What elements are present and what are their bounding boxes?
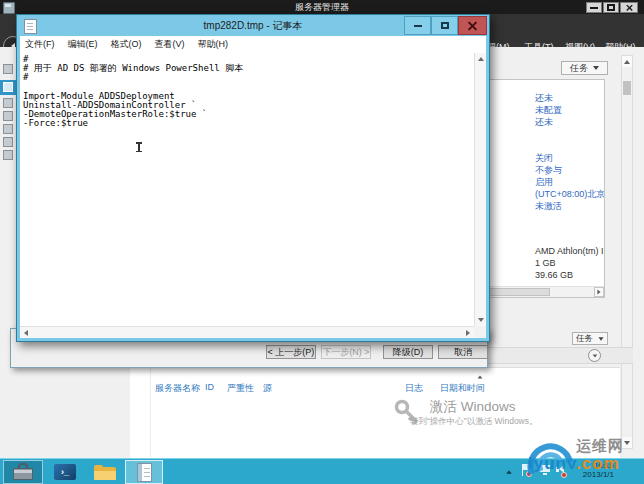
sidebar-item-icon[interactable]	[3, 137, 13, 147]
tray-time: 16:15	[570, 461, 614, 470]
notepad-text-area[interactable]: # # 用于 AD DS 部署的 Windows PowerShell 脚本 #…	[20, 53, 486, 338]
scrollbar-thumb[interactable]	[623, 81, 631, 95]
text-cursor	[138, 142, 140, 152]
properties-hscrollbar[interactable]	[487, 286, 604, 297]
wizard-demote-button[interactable]: 降级(D)	[383, 345, 433, 359]
column-header-source[interactable]: 源	[263, 382, 272, 395]
notepad-maximize-button[interactable]	[431, 16, 458, 35]
server-manager-icon	[13, 463, 33, 481]
property-link[interactable]: 未激活	[535, 200, 562, 213]
tray-clock[interactable]: 16:15 2013/1/1	[570, 461, 614, 479]
events-section-header	[480, 347, 633, 364]
alert-badge	[526, 471, 532, 477]
notepad-hscrollbar[interactable]	[20, 326, 474, 338]
property-link[interactable]: 还未	[535, 116, 553, 129]
events-panel: 服务器名称 ID 严重性 源 日志 日期和时间	[130, 367, 620, 459]
notepad-icon	[137, 463, 152, 482]
column-header-severity[interactable]: 严重性	[227, 382, 254, 395]
notepad-vscrollbar[interactable]	[474, 53, 486, 326]
menu-tools[interactable]: 工具(T)	[524, 41, 554, 54]
tray-expand-button[interactable]	[506, 470, 511, 474]
arrow-down-icon	[624, 441, 630, 445]
taskbar-explorer-button[interactable]	[87, 460, 123, 484]
scroll-up-button[interactable]	[622, 56, 632, 67]
sm-maximize-button[interactable]	[603, 2, 619, 13]
notepad-menu-edit[interactable]: 编辑(E)	[68, 38, 98, 51]
scroll-right-button[interactable]	[594, 287, 604, 297]
column-header-id[interactable]: ID	[205, 382, 214, 392]
sidebar-item-icon[interactable]	[3, 124, 13, 134]
sidebar-item-icon	[3, 82, 13, 92]
sidebar-item-selected[interactable]	[0, 80, 16, 95]
desktop: 服务器管理器 管理(M) 工具(T) 视图(V) 帮助(H) 任务 还未 未配置…	[0, 0, 644, 484]
taskbar-powershell-button[interactable]: ›_	[47, 460, 83, 484]
file-explorer-icon	[94, 465, 116, 480]
taskbar-notepad-button[interactable]	[125, 460, 163, 484]
divider	[150, 368, 151, 459]
tasks-label: 任务	[570, 62, 588, 75]
taskbar: ›_ 16:15 2013/1/1	[0, 458, 644, 484]
property-value: 1 GB	[535, 258, 556, 268]
notepad-window: tmp282D.tmp - 记事本 文件(F) 编辑(E) 格式(O) 查看(V…	[16, 14, 490, 342]
code-line: #	[23, 73, 472, 82]
column-header-server-name[interactable]: 服务器名称	[155, 382, 200, 395]
server-manager-title: 服务器管理器	[0, 0, 644, 14]
notepad-menu-format[interactable]: 格式(O)	[111, 38, 142, 51]
notepad-minimize-button[interactable]	[404, 16, 431, 35]
notepad-close-button[interactable]	[458, 16, 487, 35]
tray-flag-icon[interactable]	[522, 464, 533, 478]
maximize-icon	[607, 4, 615, 11]
code-line: -DemoteOperationMasterRole:$true `	[23, 110, 472, 119]
tasks-button-events[interactable]: 任务	[572, 332, 608, 345]
chevron-down-icon	[592, 354, 597, 357]
notepad-menu-view[interactable]: 查看(V)	[155, 38, 185, 51]
tray-network-icon[interactable]	[540, 465, 551, 476]
resize-grip[interactable]	[474, 326, 486, 338]
alert-badge	[561, 472, 567, 478]
scroll-down-button[interactable]	[622, 437, 632, 448]
arrow-down-icon	[478, 318, 484, 322]
tray-date: 2013/1/1	[570, 470, 614, 479]
wizard-cancel-button[interactable]: 取消	[438, 345, 488, 359]
menu-help[interactable]: 帮助(H)	[605, 41, 636, 54]
chevron-down-icon	[593, 66, 599, 70]
properties-panel: 还未 未配置 还未 关闭 不参与 启用 (UTC+08:00)北京，重 未激活 …	[486, 79, 605, 298]
sidebar-item-icon[interactable]	[3, 150, 13, 160]
sidebar-item-icon[interactable]	[3, 111, 13, 121]
sm-minimize-button[interactable]	[586, 2, 602, 13]
chevron-down-icon	[598, 337, 603, 340]
minimize-icon	[414, 25, 422, 27]
powershell-icon: ›_	[54, 464, 76, 480]
wizard-back-button[interactable]: < 上一步(P)	[266, 345, 316, 359]
scrollbar-thumb[interactable]	[488, 288, 550, 296]
close-icon	[468, 21, 477, 30]
server-manager-titlebar: 服务器管理器	[0, 0, 644, 14]
activation-title: 激活 Windows	[430, 398, 516, 416]
tray-volume-icon[interactable]	[556, 464, 568, 478]
maximize-icon	[441, 22, 449, 29]
property-value: 39.66 GB	[535, 270, 573, 280]
sm-close-button[interactable]	[620, 2, 638, 13]
sidebar-item-icon[interactable]	[3, 98, 13, 108]
notepad-menu-help[interactable]: 帮助(H)	[198, 38, 229, 51]
notepad-icon	[24, 19, 37, 34]
code-line: # 用于 AD DS 部署的 Windows PowerShell 脚本	[23, 64, 472, 73]
arrow-left-icon	[24, 330, 28, 336]
wizard-next-button: 下一步(N) >	[321, 345, 371, 359]
column-header-log[interactable]: 日志	[405, 382, 423, 395]
main-vscrollbar[interactable]	[621, 55, 633, 449]
arrow-up-icon	[624, 60, 630, 64]
notepad-menu-file[interactable]: 文件(F)	[25, 38, 55, 51]
menu-view[interactable]: 视图(V)	[565, 41, 595, 54]
notepad-menubar: 文件(F) 编辑(E) 格式(O) 查看(V) 帮助(H)	[20, 36, 486, 53]
activation-subtitle: 转到“操作中心”以激活 Windows。	[410, 416, 538, 428]
arrow-up-icon	[478, 57, 484, 61]
tasks-label: 任务	[576, 333, 593, 345]
sidebar-item-icon[interactable]	[3, 64, 13, 74]
column-header-datetime[interactable]: 日期和时间	[440, 382, 485, 395]
tasks-button-properties[interactable]: 任务	[561, 61, 608, 75]
minimize-icon	[590, 7, 598, 9]
collapse-section-button[interactable]	[588, 349, 601, 362]
taskbar-server-manager-button[interactable]	[3, 460, 43, 484]
close-icon	[626, 4, 632, 10]
